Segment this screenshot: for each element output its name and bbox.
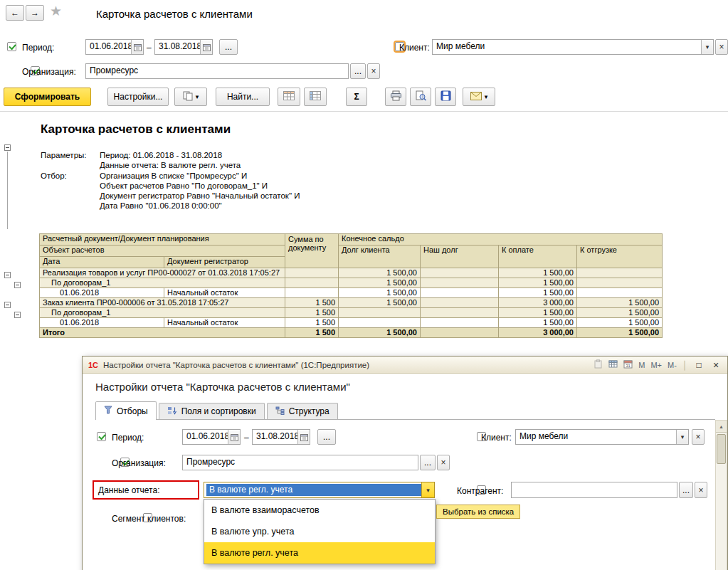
col-header-date[interactable]: Дата xyxy=(40,257,164,268)
cell-label[interactable]: По договорам_1 xyxy=(40,308,285,318)
find-button[interactable]: Найти... xyxy=(216,88,270,106)
show-headers-button[interactable] xyxy=(304,88,327,106)
col-header-saldo[interactable]: Конечное сальдо xyxy=(339,234,663,246)
dialog-period-to-field[interactable]: 31.08.2018 xyxy=(252,429,310,445)
cell-debt-client[interactable]: 1 500,00 xyxy=(339,298,421,308)
dropdown-option[interactable]: В валюте упр. учета xyxy=(204,521,435,542)
save-button[interactable] xyxy=(435,88,456,106)
dropdown-option[interactable]: В валюте взаиморасчетов xyxy=(204,500,435,521)
cell-debt-client[interactable]: 1 500,00 xyxy=(339,278,421,288)
send-mail-split-button[interactable]: ▾ xyxy=(463,88,495,106)
cell-to-pay[interactable]: 1 500,00 xyxy=(499,288,577,298)
cell-to-ship[interactable]: 1 500,00 xyxy=(577,328,663,338)
dialog-titlebar[interactable]: 1С Настройки отчета "Карточка расчетов с… xyxy=(83,357,727,374)
forward-button[interactable]: → xyxy=(26,5,44,21)
cell-to-pay[interactable]: 1 500,00 xyxy=(499,308,577,318)
group-collapse-icon[interactable] xyxy=(4,302,11,308)
memory-m-button[interactable]: М xyxy=(638,361,645,369)
cell-to-pay[interactable]: 3 000,00 xyxy=(499,298,577,308)
dialog-period-checkbox[interactable] xyxy=(97,432,106,441)
period-variants-button[interactable]: ... xyxy=(219,39,238,55)
cell-debt-our[interactable] xyxy=(421,318,499,328)
cell-sum[interactable] xyxy=(285,268,339,278)
cell-registrar[interactable]: Начальный остаток xyxy=(164,288,285,298)
cell-debt-our[interactable] xyxy=(421,278,499,288)
dropdown-arrow-icon[interactable]: ▾ xyxy=(701,40,713,54)
cell-sum[interactable] xyxy=(285,278,339,288)
tab-fields-sorting[interactable]: Поля и сортировки xyxy=(159,403,265,419)
cell-to-ship[interactable]: 1 500,00 xyxy=(577,318,663,328)
col-header-to-pay[interactable]: К оплате xyxy=(499,246,577,268)
col-header-registrar[interactable]: Документ регистратор xyxy=(164,257,285,268)
dialog-period-from-field[interactable]: 01.06.2018 xyxy=(182,429,241,445)
dialog-org-select-button[interactable]: ... xyxy=(420,455,436,470)
cell-date[interactable]: 01.06.2018 xyxy=(40,318,164,328)
cell-to-pay[interactable]: 3 000,00 xyxy=(499,328,577,338)
col-header-debt-our[interactable]: Наш долг xyxy=(421,246,499,268)
settings-button[interactable]: Настройки... xyxy=(107,88,169,106)
back-button[interactable]: ← xyxy=(6,5,24,21)
cell-debt-our[interactable] xyxy=(421,288,499,298)
cell-debt-our[interactable] xyxy=(421,268,499,278)
tab-filters[interactable]: Отборы xyxy=(95,401,157,420)
cell-to-ship[interactable] xyxy=(577,268,663,278)
cell-debt-client[interactable] xyxy=(339,318,421,328)
cell-sum[interactable]: 1 500 xyxy=(285,308,339,318)
cell-label[interactable]: Реализация товаров и услуг ПР00-000027 о… xyxy=(40,268,285,278)
memory-mminus-button[interactable]: М- xyxy=(668,361,677,369)
org-select-button[interactable]: ... xyxy=(350,63,366,79)
cell-to-pay[interactable]: 1 500,00 xyxy=(499,278,577,288)
calendar-icon[interactable]: 31 xyxy=(623,359,633,370)
cell-sum[interactable]: 1 500 xyxy=(285,328,339,338)
autosum-button[interactable]: Σ xyxy=(346,88,367,106)
cell-sum[interactable]: 1 500 xyxy=(285,318,339,328)
period-from-field[interactable]: 01.06.2018 xyxy=(85,39,144,55)
cell-to-pay[interactable]: 1 500,00 xyxy=(499,318,577,328)
cell-debt-client[interactable]: 1 500,00 xyxy=(339,268,421,278)
client-combo[interactable]: Мир мебели ▾ xyxy=(432,39,714,55)
counterparty-select-button[interactable]: ... xyxy=(679,482,693,498)
group-collapse-icon[interactable] xyxy=(4,144,11,151)
col-header-object[interactable]: Объект расчетов xyxy=(40,246,285,257)
report-data-combo[interactable]: В валюте регл. учета ▾ xyxy=(204,482,435,498)
cell-label[interactable]: Заказ клиента ПР00-000006 от 31.05.2018 … xyxy=(40,298,285,308)
scroll-thumb[interactable] xyxy=(717,434,726,464)
close-icon[interactable]: × xyxy=(710,359,722,371)
dialog-org-clear-icon[interactable]: × xyxy=(437,455,450,470)
dialog-period-variants-button[interactable]: ... xyxy=(317,429,336,445)
cell-label[interactable]: Итого xyxy=(40,328,285,338)
group-collapse-icon[interactable] xyxy=(14,312,21,318)
counterparty-field[interactable] xyxy=(511,482,677,498)
calendar-icon[interactable] xyxy=(131,40,143,54)
cell-to-ship[interactable] xyxy=(577,288,663,298)
cell-to-ship[interactable]: 1 500,00 xyxy=(577,298,663,308)
dialog-client-combo[interactable]: Мир мебели ▾ xyxy=(515,429,689,445)
cell-date[interactable]: 01.06.2018 xyxy=(40,288,164,298)
org-clear-icon[interactable]: × xyxy=(367,63,380,79)
group-collapse-icon[interactable] xyxy=(4,272,11,278)
cell-sum[interactable] xyxy=(285,288,339,298)
cell-debt-our[interactable] xyxy=(421,328,499,338)
cell-debt-our[interactable] xyxy=(421,308,499,318)
copy-split-button[interactable]: ▾ xyxy=(174,88,207,106)
cell-to-ship[interactable] xyxy=(577,278,663,288)
col-header-sum[interactable]: Сумма по документу xyxy=(285,234,339,268)
cell-debt-client[interactable] xyxy=(339,308,421,318)
table-icon[interactable] xyxy=(608,359,618,370)
cell-to-ship[interactable]: 1 500,00 xyxy=(577,308,663,318)
col-header-debt-client[interactable]: Долг клиента xyxy=(339,246,421,268)
dialog-client-clear-icon[interactable]: × xyxy=(692,429,705,445)
col-header-to-ship[interactable]: К отгрузке xyxy=(577,246,663,268)
scroll-up-icon[interactable]: ▲ xyxy=(716,421,727,433)
col-header-doc[interactable]: Расчетный документ/Документ планирования xyxy=(40,234,285,246)
cell-debt-client[interactable]: 1 500,00 xyxy=(339,288,421,298)
dialog-org-field[interactable]: Промресурс xyxy=(182,455,418,470)
preview-button[interactable] xyxy=(410,88,431,106)
cell-to-pay[interactable]: 1 500,00 xyxy=(499,268,577,278)
generate-button[interactable]: Сформировать xyxy=(4,88,91,106)
client-clear-icon[interactable]: × xyxy=(715,39,728,55)
calendar-icon[interactable] xyxy=(297,430,310,444)
dropdown-option-selected[interactable]: В валюте регл. учета xyxy=(204,542,435,564)
maximize-icon[interactable]: □ xyxy=(693,360,705,370)
print-button[interactable] xyxy=(385,88,406,106)
